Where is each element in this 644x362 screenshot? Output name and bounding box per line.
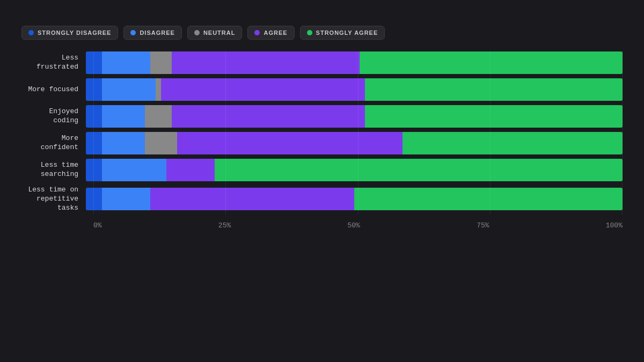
bar-segment-agree [177,132,402,154]
bar-container [86,132,623,154]
legend-item-strongly-agree: STRONGLY AGREE [300,26,385,40]
bar-segment-neutral [156,78,161,101]
x-axis-label: 25% [218,221,231,230]
legend-item-disagree: DISAGREE [123,26,181,40]
x-axis-label: 75% [477,221,489,230]
bar-segment-disagree [102,132,145,154]
legend-dot-strongly-agree [307,30,312,35]
bar-segment-strongly-disagree [86,132,102,154]
row-label: Less time on repetitive tasks [21,186,86,213]
bar-segment-agree [166,159,215,181]
page-container: STRONGLY DISAGREE DISAGREE Neutral AGREE… [21,26,623,230]
bar-segment-strongly-disagree [86,78,102,101]
bar-segment-agree [172,105,365,128]
legend-item-agree: AGREE [247,26,294,40]
bar-segment-strongly-disagree [86,159,102,181]
bar-container [86,159,623,181]
legend-label-agree: AGREE [264,29,287,36]
bar-segment-strongly-agree [215,159,623,181]
legend-label-neutral: Neutral [203,29,236,36]
legend-label-strongly-agree: STRONGLY AGREE [316,29,378,36]
bar-segment-strongly-agree [354,188,623,210]
legend-dot-neutral [194,30,200,35]
bar-segment-strongly-agree [365,105,623,128]
bar-segment-strongly-disagree [86,105,102,128]
bar-segment-strongly-agree [360,51,623,74]
bar-segment-neutral [145,105,172,128]
bar-segment-agree [172,51,360,74]
bar-segment-agree [161,78,365,101]
x-axis-label: 50% [347,221,360,230]
row-label: More focused [21,85,86,94]
legend-label-strongly-disagree: STRONGLY DISAGREE [38,29,111,36]
bar-container [86,78,623,101]
legend-dot-disagree [130,30,136,35]
x-axis-label: 0% [93,221,102,230]
bar-container [86,188,623,210]
bar-segment-neutral [145,132,177,154]
row-label: More confident [21,134,86,152]
legend-item-neutral: Neutral [187,26,243,40]
row-label: Less time searching [21,161,86,179]
chart-row: More focused [21,78,623,101]
bar-segment-strongly-disagree [86,188,102,210]
bar-segment-disagree [102,188,150,210]
x-axis: 0%25%50%75%100% [21,221,623,230]
bar-segment-disagree [102,105,145,128]
x-axis-label: 100% [606,221,623,230]
bar-segment-strongly-agree [402,132,623,154]
bar-segment-disagree [102,51,150,74]
legend: STRONGLY DISAGREE DISAGREE Neutral AGREE… [21,26,623,40]
bar-segment-disagree [102,78,156,101]
legend-dot-strongly-disagree [28,30,34,35]
chart-row: More confident [21,132,623,154]
chart-row: Less frustrated [21,51,623,74]
chart-row: Less time searching [21,159,623,181]
bar-container [86,51,623,74]
bar-segment-neutral [150,51,172,74]
legend-item-strongly-disagree: STRONGLY DISAGREE [21,26,118,40]
bar-segment-strongly-agree [365,78,623,101]
chart-row: Enjoyed coding [21,105,623,128]
bar-segment-disagree [102,159,166,181]
chart-area: Less frustratedMore focusedEnjoyed codin… [21,51,623,217]
chart-row: Less time on repetitive tasks [21,186,623,213]
legend-dot-agree [254,30,260,35]
bar-segment-strongly-disagree [86,51,102,74]
bar-container [86,105,623,128]
row-label: Enjoyed coding [21,107,86,125]
bar-segment-agree [150,188,354,210]
row-label: Less frustrated [21,54,86,72]
legend-label-disagree: DISAGREE [140,29,174,36]
